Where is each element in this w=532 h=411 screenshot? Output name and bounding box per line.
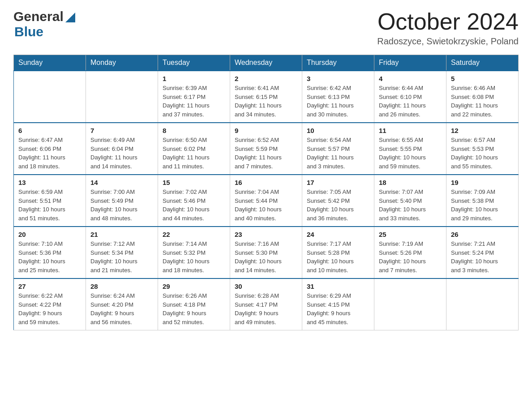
calendar-cell: 2Sunrise: 6:41 AM Sunset: 6:15 PM Daylig… bbox=[230, 71, 302, 123]
day-number: 6 bbox=[18, 127, 81, 134]
calendar-cell: 22Sunrise: 7:14 AM Sunset: 5:32 PM Dayli… bbox=[158, 227, 230, 278]
calendar-week-row: 20Sunrise: 7:10 AM Sunset: 5:36 PM Dayli… bbox=[14, 227, 519, 278]
day-info: Sunrise: 6:49 AM Sunset: 6:04 PM Dayligh… bbox=[90, 136, 153, 171]
calendar-cell: 11Sunrise: 6:55 AM Sunset: 5:55 PM Dayli… bbox=[374, 123, 446, 175]
day-info: Sunrise: 6:41 AM Sunset: 6:15 PM Dayligh… bbox=[235, 84, 297, 119]
day-info: Sunrise: 6:28 AM Sunset: 4:17 PM Dayligh… bbox=[235, 291, 297, 326]
day-info: Sunrise: 6:22 AM Sunset: 4:22 PM Dayligh… bbox=[18, 291, 81, 326]
day-number: 20 bbox=[18, 231, 81, 238]
calendar-cell bbox=[374, 278, 446, 330]
calendar-table: SundayMondayTuesdayWednesdayThursdayFrid… bbox=[13, 55, 519, 330]
calendar-cell: 21Sunrise: 7:12 AM Sunset: 5:34 PM Dayli… bbox=[86, 227, 158, 278]
day-info: Sunrise: 6:24 AM Sunset: 4:20 PM Dayligh… bbox=[90, 291, 153, 326]
day-number: 18 bbox=[379, 179, 442, 186]
day-number: 29 bbox=[163, 283, 225, 290]
day-number: 1 bbox=[163, 75, 225, 82]
day-info: Sunrise: 6:46 AM Sunset: 6:08 PM Dayligh… bbox=[451, 84, 514, 119]
calendar-cell: 26Sunrise: 7:21 AM Sunset: 5:24 PM Dayli… bbox=[446, 227, 519, 278]
calendar-cell: 27Sunrise: 6:22 AM Sunset: 4:22 PM Dayli… bbox=[14, 278, 86, 330]
day-info: Sunrise: 7:14 AM Sunset: 5:32 PM Dayligh… bbox=[163, 240, 225, 274]
day-info: Sunrise: 6:26 AM Sunset: 4:18 PM Dayligh… bbox=[163, 291, 225, 326]
day-info: Sunrise: 7:17 AM Sunset: 5:28 PM Dayligh… bbox=[307, 240, 369, 274]
calendar-cell: 9Sunrise: 6:52 AM Sunset: 5:59 PM Daylig… bbox=[230, 123, 302, 175]
calendar-cell: 6Sunrise: 6:47 AM Sunset: 6:06 PM Daylig… bbox=[14, 123, 86, 175]
calendar-week-row: 1Sunrise: 6:39 AM Sunset: 6:17 PM Daylig… bbox=[14, 71, 519, 123]
day-info: Sunrise: 6:42 AM Sunset: 6:13 PM Dayligh… bbox=[307, 84, 369, 119]
day-number: 30 bbox=[235, 283, 297, 290]
logo: General Blue bbox=[13, 9, 75, 39]
day-info: Sunrise: 6:57 AM Sunset: 5:53 PM Dayligh… bbox=[451, 136, 514, 171]
day-number: 3 bbox=[307, 75, 369, 82]
calendar-cell: 16Sunrise: 7:04 AM Sunset: 5:44 PM Dayli… bbox=[230, 175, 302, 227]
calendar-cell: 30Sunrise: 6:28 AM Sunset: 4:17 PM Dayli… bbox=[230, 278, 302, 330]
day-number: 4 bbox=[379, 75, 442, 82]
page-header: General Blue October 2024 Radoszyce, Swi… bbox=[13, 9, 519, 47]
calendar-day-header: Friday bbox=[374, 55, 446, 71]
calendar-week-row: 13Sunrise: 6:59 AM Sunset: 5:51 PM Dayli… bbox=[14, 175, 519, 227]
day-info: Sunrise: 7:04 AM Sunset: 5:44 PM Dayligh… bbox=[235, 188, 297, 223]
day-number: 10 bbox=[307, 127, 369, 134]
day-number: 26 bbox=[451, 231, 514, 238]
calendar-cell bbox=[446, 278, 519, 330]
day-info: Sunrise: 7:05 AM Sunset: 5:42 PM Dayligh… bbox=[307, 188, 369, 223]
calendar-cell: 12Sunrise: 6:57 AM Sunset: 5:53 PM Dayli… bbox=[446, 123, 519, 175]
calendar-cell: 13Sunrise: 6:59 AM Sunset: 5:51 PM Dayli… bbox=[14, 175, 86, 227]
day-number: 17 bbox=[307, 179, 369, 186]
day-number: 5 bbox=[451, 75, 514, 82]
day-info: Sunrise: 7:21 AM Sunset: 5:24 PM Dayligh… bbox=[451, 240, 514, 274]
day-number: 14 bbox=[90, 179, 153, 186]
logo-blue-text: Blue bbox=[14, 24, 43, 39]
day-info: Sunrise: 6:52 AM Sunset: 5:59 PM Dayligh… bbox=[235, 136, 297, 171]
calendar-header-row: SundayMondayTuesdayWednesdayThursdayFrid… bbox=[14, 55, 519, 71]
day-number: 25 bbox=[379, 231, 442, 238]
day-number: 28 bbox=[90, 283, 153, 290]
calendar-week-row: 27Sunrise: 6:22 AM Sunset: 4:22 PM Dayli… bbox=[14, 278, 519, 330]
calendar-cell bbox=[86, 71, 158, 123]
calendar-day-header: Saturday bbox=[446, 55, 519, 71]
calendar-cell: 25Sunrise: 7:19 AM Sunset: 5:26 PM Dayli… bbox=[374, 227, 446, 278]
day-info: Sunrise: 6:50 AM Sunset: 6:02 PM Dayligh… bbox=[163, 136, 225, 171]
calendar-day-header: Thursday bbox=[302, 55, 374, 71]
calendar-cell: 5Sunrise: 6:46 AM Sunset: 6:08 PM Daylig… bbox=[446, 71, 519, 123]
day-number: 21 bbox=[90, 231, 153, 238]
calendar-cell: 8Sunrise: 6:50 AM Sunset: 6:02 PM Daylig… bbox=[158, 123, 230, 175]
calendar-cell: 29Sunrise: 6:26 AM Sunset: 4:18 PM Dayli… bbox=[158, 278, 230, 330]
day-number: 13 bbox=[18, 179, 81, 186]
calendar-cell: 18Sunrise: 7:07 AM Sunset: 5:40 PM Dayli… bbox=[374, 175, 446, 227]
day-info: Sunrise: 7:07 AM Sunset: 5:40 PM Dayligh… bbox=[379, 188, 442, 223]
day-number: 16 bbox=[235, 179, 297, 186]
calendar-cell: 10Sunrise: 6:54 AM Sunset: 5:57 PM Dayli… bbox=[302, 123, 374, 175]
day-info: Sunrise: 6:44 AM Sunset: 6:10 PM Dayligh… bbox=[379, 84, 442, 119]
calendar-day-header: Tuesday bbox=[158, 55, 230, 71]
calendar-cell: 1Sunrise: 6:39 AM Sunset: 6:17 PM Daylig… bbox=[158, 71, 230, 123]
title-section: October 2024 Radoszyce, Swietokrzyskie, … bbox=[377, 9, 519, 47]
day-info: Sunrise: 7:12 AM Sunset: 5:34 PM Dayligh… bbox=[90, 240, 153, 274]
day-info: Sunrise: 7:00 AM Sunset: 5:49 PM Dayligh… bbox=[90, 188, 153, 223]
calendar-cell: 3Sunrise: 6:42 AM Sunset: 6:13 PM Daylig… bbox=[302, 71, 374, 123]
svg-marker-0 bbox=[65, 13, 75, 22]
day-number: 11 bbox=[379, 127, 442, 134]
day-info: Sunrise: 7:10 AM Sunset: 5:36 PM Dayligh… bbox=[18, 240, 81, 274]
day-number: 22 bbox=[163, 231, 225, 238]
logo-general-text: General bbox=[13, 9, 64, 24]
day-info: Sunrise: 7:16 AM Sunset: 5:30 PM Dayligh… bbox=[235, 240, 297, 274]
calendar-cell: 17Sunrise: 7:05 AM Sunset: 5:42 PM Dayli… bbox=[302, 175, 374, 227]
calendar-day-header: Sunday bbox=[14, 55, 86, 71]
calendar-cell: 31Sunrise: 6:29 AM Sunset: 4:15 PM Dayli… bbox=[302, 278, 374, 330]
day-number: 8 bbox=[163, 127, 225, 134]
day-info: Sunrise: 7:09 AM Sunset: 5:38 PM Dayligh… bbox=[451, 188, 514, 223]
calendar-cell: 14Sunrise: 7:00 AM Sunset: 5:49 PM Dayli… bbox=[86, 175, 158, 227]
day-info: Sunrise: 6:59 AM Sunset: 5:51 PM Dayligh… bbox=[18, 188, 81, 223]
month-title: October 2024 bbox=[377, 9, 519, 34]
day-number: 31 bbox=[307, 283, 369, 290]
day-number: 7 bbox=[90, 127, 153, 134]
day-number: 27 bbox=[18, 283, 81, 290]
day-number: 15 bbox=[163, 179, 225, 186]
day-info: Sunrise: 6:47 AM Sunset: 6:06 PM Dayligh… bbox=[18, 136, 81, 171]
day-number: 2 bbox=[235, 75, 297, 82]
day-number: 12 bbox=[451, 127, 514, 134]
day-info: Sunrise: 7:19 AM Sunset: 5:26 PM Dayligh… bbox=[379, 240, 442, 274]
calendar-cell: 19Sunrise: 7:09 AM Sunset: 5:38 PM Dayli… bbox=[446, 175, 519, 227]
calendar-cell: 4Sunrise: 6:44 AM Sunset: 6:10 PM Daylig… bbox=[374, 71, 446, 123]
calendar-cell: 7Sunrise: 6:49 AM Sunset: 6:04 PM Daylig… bbox=[86, 123, 158, 175]
